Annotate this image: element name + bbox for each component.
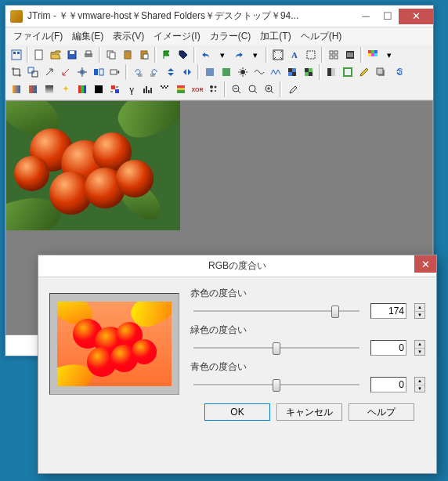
green-spinner[interactable]: ▲▼	[414, 340, 425, 356]
rotate-ccw-icon[interactable]: 90	[130, 64, 146, 80]
red-spinner[interactable]: ▲▼	[414, 303, 425, 319]
menu-file[interactable]: ファイル(F)	[9, 28, 67, 45]
svg-rect-27	[374, 53, 378, 56]
move-sw-icon[interactable]	[58, 64, 74, 80]
select-icon[interactable]	[303, 47, 319, 63]
color2-icon[interactable]	[219, 64, 234, 80]
cancel-button[interactable]: キャンセル	[276, 403, 342, 421]
dither-icon[interactable]	[157, 81, 172, 97]
dialog-titlebar[interactable]: RGBの度合い ✕	[38, 255, 436, 277]
minimize-button[interactable]: ─	[355, 9, 377, 24]
undo-drop-icon[interactable]: ▾	[215, 47, 230, 63]
brightness-icon[interactable]	[235, 64, 251, 80]
menu-edit[interactable]: 編集(E)	[67, 28, 108, 45]
svg-rect-51	[377, 68, 383, 74]
blue-input[interactable]	[370, 377, 406, 392]
checker1-icon[interactable]	[284, 64, 300, 80]
svg-rect-58	[95, 85, 103, 93]
menu-process[interactable]: 加工(T)	[255, 28, 295, 45]
open-icon[interactable]	[48, 47, 63, 63]
text-icon[interactable]: A	[287, 47, 302, 63]
svg-rect-39	[288, 68, 292, 72]
rgb-icon[interactable]	[74, 81, 90, 97]
levels-icon[interactable]	[140, 81, 156, 97]
red-slider[interactable]	[190, 302, 363, 320]
shadow-icon[interactable]	[373, 64, 388, 80]
menu-image[interactable]: イメージ(I)	[149, 28, 204, 45]
zoom-in-icon[interactable]	[262, 81, 277, 97]
red-input[interactable]	[370, 303, 406, 319]
half-icon[interactable]	[323, 64, 339, 80]
blue-slider[interactable]	[190, 375, 363, 394]
green-input[interactable]	[370, 340, 406, 356]
grid4-icon[interactable]	[326, 47, 341, 63]
swap-icon[interactable]	[107, 81, 123, 97]
save-icon[interactable]	[64, 47, 80, 63]
grad1-icon[interactable]	[9, 81, 24, 97]
dialog-close-button[interactable]: ✕	[414, 255, 436, 273]
app-icon	[10, 10, 23, 23]
color1-icon[interactable]	[202, 64, 218, 80]
print-icon[interactable]	[81, 47, 96, 63]
flag-icon[interactable]	[159, 47, 175, 63]
redo-icon[interactable]	[231, 47, 247, 63]
palette-drop-icon[interactable]: ▾	[381, 47, 397, 63]
grad2-icon[interactable]	[25, 81, 41, 97]
gamma-icon[interactable]: γ	[124, 81, 139, 97]
undo-icon[interactable]	[198, 47, 214, 63]
filmstrip-icon[interactable]	[342, 47, 358, 63]
frame-icon[interactable]	[340, 64, 356, 80]
eyedropper-icon[interactable]	[284, 81, 300, 97]
ok-button[interactable]: OK	[204, 403, 270, 421]
move-ne-icon[interactable]	[42, 64, 57, 80]
svg-rect-53	[29, 85, 37, 93]
sparkle-icon[interactable]	[58, 81, 74, 97]
mirror-icon[interactable]	[179, 64, 195, 80]
hsv-icon[interactable]	[91, 81, 107, 97]
thumbnail-icon[interactable]	[9, 47, 24, 63]
paste-icon[interactable]	[120, 47, 135, 63]
grad3-icon[interactable]	[42, 81, 57, 97]
spiral-icon[interactable]	[389, 64, 405, 80]
svg-rect-47	[327, 68, 331, 76]
menu-view[interactable]: 表示(V)	[108, 28, 149, 45]
flip-v-icon[interactable]	[163, 64, 179, 80]
tag-icon[interactable]	[175, 47, 191, 63]
resize-icon[interactable]	[25, 64, 41, 80]
zoom-fit-icon[interactable]	[245, 81, 261, 97]
titlebar[interactable]: JTrim - ￥￥vmware-host￥Shared Folders￥デスク…	[5, 5, 433, 27]
menu-color[interactable]: カラー(C)	[205, 28, 256, 45]
shift-icon[interactable]	[107, 64, 123, 80]
close-button[interactable]: ✕	[399, 9, 433, 24]
pencil-icon[interactable]	[356, 64, 372, 80]
flip-h-icon[interactable]	[91, 64, 107, 80]
palette-icon[interactable]	[365, 47, 381, 63]
menu-help[interactable]: ヘルプ(H)	[296, 28, 347, 45]
redo-drop-icon[interactable]: ▾	[247, 47, 263, 63]
help-button[interactable]: ヘルプ	[349, 403, 414, 421]
posterize-icon[interactable]	[173, 81, 189, 97]
new-icon[interactable]	[31, 47, 47, 63]
rgb-dialog: RGBの度合い ✕ 赤色の度合い	[38, 255, 437, 474]
center-icon[interactable]	[74, 64, 90, 80]
svg-point-38	[240, 70, 245, 74]
paste-merge-icon[interactable]	[136, 47, 152, 63]
fullscreen-icon[interactable]	[270, 47, 286, 63]
xor-icon[interactable]: XOR	[190, 81, 205, 97]
halftone-icon[interactable]	[206, 81, 222, 97]
wave-icon[interactable]	[251, 64, 267, 80]
blue-spinner[interactable]: ▲▼	[414, 377, 425, 392]
copy-icon[interactable]	[103, 47, 119, 63]
svg-rect-11	[126, 50, 129, 52]
svg-rect-36	[206, 68, 214, 76]
svg-rect-15	[307, 51, 315, 59]
rotate-cw-icon[interactable]: 90	[146, 64, 162, 80]
crop-icon[interactable]	[9, 64, 24, 80]
maximize-button[interactable]: ☐	[377, 9, 399, 24]
checker2-icon[interactable]	[301, 64, 316, 80]
zoom-out-icon[interactable]	[229, 81, 244, 97]
svg-rect-16	[330, 51, 333, 54]
green-slider[interactable]	[190, 338, 363, 357]
zigzag-icon[interactable]	[268, 64, 284, 80]
svg-rect-9	[110, 52, 115, 59]
